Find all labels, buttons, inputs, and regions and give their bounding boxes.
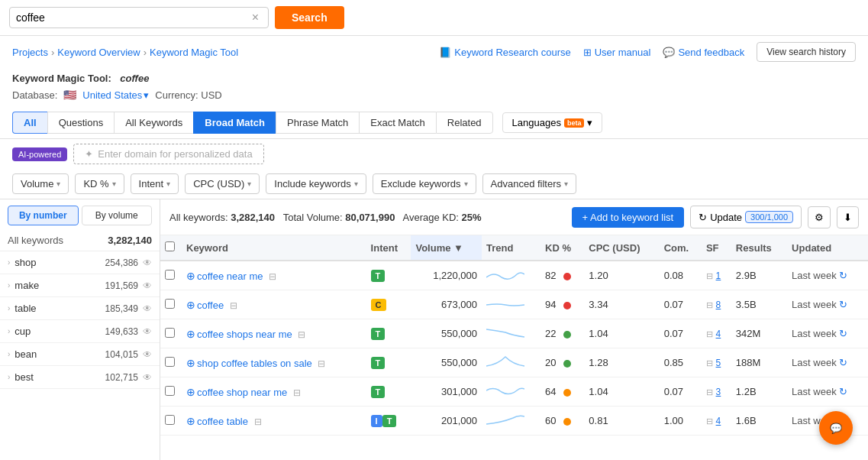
results-cell: 2.9B — [731, 261, 787, 290]
main-area: By number By volume All keywords 3,282,1… — [0, 199, 868, 460]
trend-sparkline — [486, 383, 524, 398]
volume-cell: 550,000 — [411, 348, 482, 377]
user-manual-link[interactable]: ⊞ User manual — [583, 47, 651, 58]
keyword-link[interactable]: coffee shop near me — [197, 387, 287, 398]
search-button[interactable]: Search — [275, 6, 344, 29]
add-keyword-icon[interactable]: ⊕ — [186, 415, 195, 427]
keyword-link[interactable]: shop coffee tables on sale — [197, 358, 312, 369]
trend-sparkline — [486, 267, 524, 282]
add-keyword-icon[interactable]: ⊕ — [186, 357, 195, 369]
domain-input[interactable]: ✦ Enter domain for personalized data — [73, 144, 263, 164]
fab-button[interactable]: 💬 — [819, 411, 853, 445]
row-checkbox[interactable] — [165, 328, 175, 338]
breadcrumb-projects[interactable]: Projects — [12, 47, 48, 58]
include-keywords-filter[interactable]: Include keywords ▾ — [266, 173, 366, 194]
row-checkbox[interactable] — [165, 270, 175, 280]
send-feedback-link[interactable]: 💬 Send feedback — [663, 47, 744, 58]
results-cell: 1.2B — [731, 377, 787, 407]
cpc-cell: 1.04 — [584, 377, 659, 407]
serp-icon: ⊟ — [254, 416, 262, 427]
settings-button[interactable]: ⚙ — [808, 206, 831, 228]
clear-button[interactable]: × — [249, 11, 262, 24]
tab-related[interactable]: Related — [436, 112, 493, 134]
sidebar-item[interactable]: › shop 254,386 👁 — [0, 251, 160, 274]
tab-exact-match[interactable]: Exact Match — [359, 112, 436, 134]
keyword-link[interactable]: coffee — [197, 300, 224, 311]
breadcrumb-keyword-magic-tool[interactable]: Keyword Magic Tool — [150, 47, 238, 58]
intent-col-header: Intent — [366, 235, 411, 261]
keyword-link[interactable]: coffee shops near me — [197, 329, 292, 340]
volume-filter[interactable]: Volume ▾ — [12, 173, 69, 194]
kd-filter[interactable]: KD % ▾ — [75, 173, 124, 194]
keyword-col-header: Keyword — [182, 235, 366, 261]
sidebar-keyword-count: 102,715 — [105, 372, 138, 383]
feedback-icon: 💬 — [663, 47, 675, 58]
add-keyword-icon[interactable]: ⊕ — [186, 270, 195, 282]
row-checkbox[interactable] — [165, 386, 175, 396]
cpc-cell: 1.28 — [584, 348, 659, 377]
row-checkbox[interactable] — [165, 299, 175, 309]
eye-icon: 👁 — [143, 303, 152, 314]
advanced-filters[interactable]: Advanced filters ▾ — [482, 173, 577, 194]
tab-phrase-match[interactable]: Phrase Match — [276, 112, 359, 134]
keyword-cell: ⊕coffee shop near me ⊟ — [182, 377, 366, 407]
select-all-checkbox[interactable] — [165, 241, 175, 251]
refresh-icon[interactable]: ↻ — [839, 299, 847, 310]
tab-questions[interactable]: Questions — [47, 112, 115, 134]
view-history-button[interactable]: View search history — [757, 42, 856, 62]
kw-stats: All keywords: 3,282,140 Total Volume: 80… — [169, 212, 482, 223]
sf-number[interactable]: 8 — [716, 300, 721, 310]
sf-number[interactable]: 3 — [716, 387, 721, 397]
eye-icon: 👁 — [143, 280, 152, 291]
export-button[interactable]: ⬇ — [837, 206, 859, 228]
refresh-icon[interactable]: ↻ — [839, 270, 847, 281]
by-volume-btn[interactable]: By volume — [82, 206, 153, 225]
last-updated-text: Last week — [792, 270, 837, 281]
sf-number[interactable]: 4 — [716, 329, 721, 339]
keyword-research-course-link[interactable]: 📘 Keyword Research course — [439, 47, 570, 58]
tab-languages[interactable]: Languages beta ▾ — [502, 112, 603, 133]
add-keyword-icon[interactable]: ⊕ — [186, 299, 195, 311]
volume-col-header[interactable]: Volume ▼ — [411, 235, 482, 261]
sidebar-item[interactable]: › bean 104,015 👁 — [0, 343, 160, 366]
refresh-icon[interactable]: ↻ — [839, 386, 847, 397]
refresh-icon[interactable]: ↻ — [839, 357, 847, 368]
sf-number[interactable]: 4 — [716, 416, 721, 426]
sidebar-item[interactable]: › best 102,715 👁 — [0, 366, 160, 389]
keyword-link[interactable]: coffee table — [197, 416, 248, 427]
cpc-col-header: CPC (USD) — [584, 235, 659, 261]
add-to-keyword-list-button[interactable]: + Add to keyword list — [572, 207, 685, 228]
sidebar-item[interactable]: › make 191,569 👁 — [0, 274, 160, 297]
page-title: Keyword Magic Tool: coffee — [12, 68, 856, 86]
sidebar-keyword-name: shop — [15, 257, 36, 268]
tab-broad-match[interactable]: Broad Match — [193, 112, 276, 134]
sidebar-keyword-count: 185,349 — [105, 303, 138, 314]
sidebar-item[interactable]: › table 185,349 👁 — [0, 297, 160, 320]
intent-filter[interactable]: Intent ▾ — [131, 173, 179, 194]
sf-number[interactable]: 5 — [716, 358, 721, 368]
add-keyword-icon[interactable]: ⊕ — [186, 328, 195, 340]
exclude-keywords-filter[interactable]: Exclude keywords ▾ — [373, 173, 476, 194]
by-number-btn[interactable]: By number — [8, 206, 79, 225]
tab-all[interactable]: All — [12, 112, 47, 134]
row-checkbox[interactable] — [165, 357, 175, 367]
tab-all-keywords[interactable]: All Keywords — [114, 112, 193, 134]
keywords-tbody: ⊕coffee near me ⊟T1,220,00082 1.200.08⊟ … — [160, 261, 868, 436]
intent-cell: T — [366, 261, 411, 290]
table-row: ⊕shop coffee tables on sale ⊟T550,00020 … — [160, 348, 868, 377]
cpc-filter[interactable]: CPC (USD) ▾ — [185, 173, 260, 194]
update-button[interactable]: ↻ Update 300/1,000 — [690, 206, 802, 228]
ai-powered-badge: AI-powered — [12, 147, 67, 161]
kd-difficulty-dot — [563, 418, 571, 426]
keyword-link[interactable]: coffee near me — [197, 270, 263, 282]
cpc-cell: 0.81 — [584, 407, 659, 436]
add-keyword-icon[interactable]: ⊕ — [186, 386, 195, 398]
sidebar-item[interactable]: › cup 149,633 👁 — [0, 320, 160, 343]
refresh-icon[interactable]: ↻ — [839, 328, 847, 339]
database-link[interactable]: United States ▾ — [82, 89, 149, 101]
sf-number[interactable]: 1 — [716, 270, 721, 281]
kd-cell: 64 — [540, 377, 584, 407]
breadcrumb-keyword-overview[interactable]: Keyword Overview — [57, 47, 140, 58]
row-checkbox[interactable] — [165, 415, 175, 425]
search-input[interactable] — [16, 11, 249, 24]
